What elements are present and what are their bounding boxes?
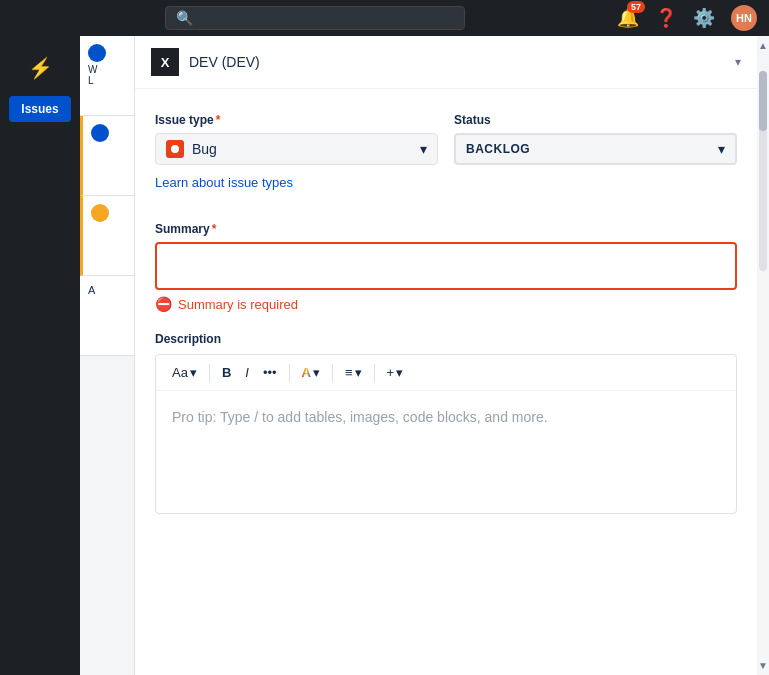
issue-status-row: Issue type * Bug ▾	[155, 113, 737, 165]
issue-type-label: Issue type *	[155, 113, 438, 127]
status-dot	[91, 204, 109, 222]
text-color-button[interactable]: A ▾	[296, 361, 326, 384]
avatar[interactable]: HN	[731, 5, 757, 31]
text-color-icon: A	[302, 365, 311, 380]
italic-button[interactable]: I	[239, 361, 255, 384]
list-item[interactable]: WL	[80, 36, 134, 116]
summary-input[interactable]	[155, 242, 737, 290]
chevron-down-icon: ▾	[718, 141, 725, 157]
chevron-down-icon: ▾	[420, 141, 427, 157]
status-select[interactable]: BACKLOG ▾	[454, 133, 737, 165]
status-value: BACKLOG	[466, 142, 530, 156]
status-label: Status	[454, 113, 737, 127]
content-area: WL A X DEV (DEV) ▾	[80, 36, 769, 675]
search-input[interactable]: Search	[199, 10, 454, 26]
search-icon: 🔍	[176, 10, 193, 26]
scroll-down-arrow[interactable]: ▼	[758, 660, 768, 671]
chevron-down-icon: ▾	[396, 365, 403, 380]
issue-type-value: Bug	[192, 141, 217, 157]
list-item-text: A	[88, 284, 95, 296]
main-layout: ⚡ Issues WL A X	[0, 36, 769, 675]
description-group: Description Aa ▾ B	[155, 332, 737, 514]
scrollbar-thumb[interactable]	[759, 71, 767, 131]
editor-body[interactable]: Pro tip: Type / to add tables, images, c…	[156, 391, 736, 491]
list-item[interactable]: A	[80, 276, 134, 356]
editor-toolbar: Aa ▾ B I •••	[156, 355, 736, 391]
list-button[interactable]: ≡ ▾	[339, 361, 368, 384]
description-editor[interactable]: Aa ▾ B I •••	[155, 354, 737, 514]
lightning-icon[interactable]: ⚡	[20, 48, 61, 88]
required-indicator: *	[216, 113, 221, 127]
project-selector-left: X DEV (DEV)	[151, 48, 260, 76]
scrollbar-track[interactable]	[759, 71, 767, 271]
toolbar-separator	[289, 364, 290, 382]
description-label: Description	[155, 332, 737, 346]
text-format-button[interactable]: Aa ▾	[166, 361, 203, 384]
list-item-text: WL	[88, 64, 97, 86]
project-selector[interactable]: X DEV (DEV) ▾	[135, 36, 757, 89]
insert-button[interactable]: + ▾	[381, 361, 410, 384]
help-icon[interactable]: ❓	[655, 7, 677, 29]
status-dot	[91, 124, 109, 142]
toolbar-separator	[332, 364, 333, 382]
issue-type-select[interactable]: Bug ▾	[155, 133, 438, 165]
form-content: Issue type * Bug ▾	[135, 97, 757, 530]
editor-placeholder: Pro tip: Type / to add tables, images, c…	[172, 409, 548, 425]
chevron-down-icon: ▾	[355, 365, 362, 380]
status-dot	[88, 44, 106, 62]
summary-error-text: Summary is required	[178, 297, 298, 312]
more-button[interactable]: •••	[257, 361, 283, 384]
required-indicator: *	[212, 222, 217, 236]
chevron-down-icon: ▾	[190, 365, 197, 380]
status-group: Status BACKLOG ▾	[454, 113, 737, 165]
project-name: DEV (DEV)	[189, 54, 260, 70]
topbar: 🔍 Search 🔔 57 ❓ ⚙️ HN	[0, 0, 769, 36]
sidebar-item-issues[interactable]: Issues	[9, 96, 70, 122]
search-bar[interactable]: 🔍 Search	[165, 6, 465, 30]
chevron-down-icon: ▾	[735, 55, 741, 69]
sidebar: ⚡ Issues	[0, 36, 80, 675]
notifications-icon[interactable]: 🔔 57	[617, 7, 639, 29]
summary-label: Summary *	[155, 222, 737, 236]
project-logo: X	[151, 48, 179, 76]
settings-icon[interactable]: ⚙️	[693, 7, 715, 29]
form-panel: X DEV (DEV) ▾ Issue type *	[135, 36, 757, 675]
list-item[interactable]	[80, 116, 134, 196]
chevron-down-icon: ▾	[313, 365, 320, 380]
issue-type-group: Issue type * Bug ▾	[155, 113, 438, 165]
bold-button[interactable]: B	[216, 361, 237, 384]
summary-group: Summary * ⛔ Summary is required	[155, 222, 737, 312]
list-panel: WL A	[80, 36, 135, 675]
toolbar-separator	[209, 364, 210, 382]
toolbar-separator	[374, 364, 375, 382]
error-icon: ⛔	[155, 296, 172, 312]
scrollbar[interactable]: ▲ ▼	[757, 36, 769, 675]
bug-icon-inner	[171, 145, 179, 153]
scroll-up-arrow[interactable]: ▲	[758, 40, 768, 51]
issue-type-select-left: Bug	[166, 140, 217, 158]
learn-about-issue-types-link[interactable]: Learn about issue types	[155, 175, 293, 190]
topbar-right: 🔔 57 ❓ ⚙️ HN	[617, 5, 757, 31]
notification-badge: 57	[627, 1, 645, 13]
summary-error-message: ⛔ Summary is required	[155, 296, 737, 312]
list-item[interactable]	[80, 196, 134, 276]
bug-icon	[166, 140, 184, 158]
